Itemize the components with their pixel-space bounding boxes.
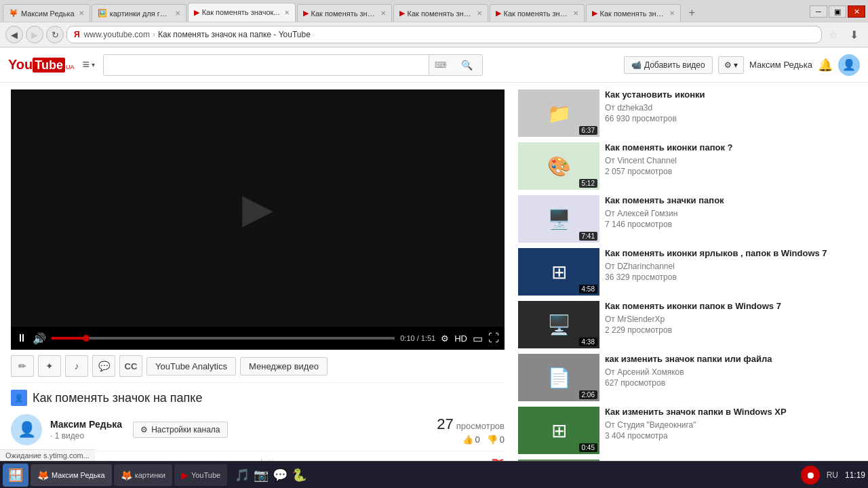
- forward-button[interactable]: ▶: [26, 26, 43, 43]
- related-channel-5: От MrSlenderXp: [605, 314, 781, 324]
- quality-button[interactable]: HD: [454, 333, 467, 344]
- bookmark-button[interactable]: ☆: [825, 26, 842, 43]
- yt-logo-text: YouTube: [8, 57, 65, 73]
- channel-settings-button[interactable]: ⚙ Настройки канала: [133, 422, 227, 438]
- minimize-button[interactable]: ─: [810, 5, 827, 18]
- upload-video-button[interactable]: 📹 Добавить видео: [624, 56, 713, 74]
- captions-edit-button[interactable]: CC: [119, 355, 142, 377]
- windows-taskbar: 🪟 🦊 Максим Редька 🦊 картинки ▶ YouTube 🎵…: [0, 461, 868, 488]
- search-input[interactable]: [104, 55, 429, 75]
- related-video-6[interactable]: 2:06 как изменить значок папки или файла…: [518, 354, 861, 401]
- taskbar-app-1[interactable]: 🎵: [235, 468, 250, 483]
- tab-3-active[interactable]: ▶ Как поменять значок... ✕: [188, 3, 296, 22]
- tab-7[interactable]: ▶ Как поменять значко... ✕: [586, 4, 681, 22]
- captions-button[interactable]: ⚙: [441, 333, 449, 344]
- video-title-section: 👤 Как поменять значок на папке: [11, 383, 505, 411]
- like-button[interactable]: 👍 0: [462, 434, 480, 445]
- author-avatar[interactable]: 👤: [11, 414, 42, 445]
- tab-1[interactable]: 🦊 Максим Редька ✕: [3, 4, 90, 22]
- maximize-button[interactable]: ▣: [829, 5, 846, 18]
- related-title-1: Как установить иконки: [605, 89, 705, 101]
- related-info-5: Как поменять иконки папок в Windows 7 От…: [605, 301, 781, 348]
- taskbar-app-4[interactable]: 🐍: [292, 468, 307, 483]
- tab-6-close[interactable]: ✕: [573, 9, 578, 17]
- progress-bar[interactable]: [52, 337, 395, 340]
- user-avatar[interactable]: 👤: [838, 54, 860, 76]
- download-button[interactable]: ⬇: [845, 26, 863, 43]
- audio-button[interactable]: ♪: [65, 355, 88, 377]
- tab-6-icon: ▶: [496, 9, 501, 18]
- views-count: 27: [437, 415, 453, 433]
- related-video-2[interactable]: 5:12 Как поменять иконки папок ? От Vinc…: [518, 142, 861, 190]
- author-name[interactable]: Максим Редька: [50, 419, 122, 430]
- tab-5[interactable]: ▶ Как поменять значко... ✕: [393, 4, 488, 22]
- tab-2-icon: 🖼️: [98, 9, 107, 18]
- tab-6[interactable]: ▶ Как поменять значко... ✕: [490, 4, 585, 22]
- browser-status-bar: Ожидание s.ytimg.com...: [0, 449, 95, 461]
- tab-bar: 🦊 Максим Редька ✕ 🖼️ картинки для групп.…: [0, 0, 868, 22]
- related-title-5: Как поменять иконки папок в Windows 7: [605, 301, 781, 312]
- tab-1-close[interactable]: ✕: [79, 9, 84, 17]
- theater-button[interactable]: ▭: [473, 332, 483, 345]
- player-controls: ⏸ 🔊 0:10 / 1:51 ⚙ HD ▭ ⛶: [11, 327, 505, 350]
- browser-window: 🦊 Максим Редька ✕ 🖼️ картинки для групп.…: [0, 0, 868, 488]
- taskbar-app-3[interactable]: 💬: [273, 468, 288, 483]
- hamburger-button[interactable]: ≡ ▾: [82, 58, 95, 72]
- keyboard-button[interactable]: ⌨: [429, 55, 452, 75]
- related-channel-1: От dzheka3d: [605, 103, 705, 113]
- tab-7-close[interactable]: ✕: [669, 9, 675, 17]
- tab-2[interactable]: 🖼️ картинки для групп... ✕: [92, 4, 186, 22]
- annotations-button[interactable]: 💬: [92, 355, 115, 377]
- edit-button[interactable]: ✏: [11, 355, 34, 377]
- video-player[interactable]: ▶ ⏸ 🔊 0:10 / 1:51 ⚙ HD ▭ ⛶: [11, 89, 505, 350]
- related-title-6: как изменить значок папки или файла: [605, 354, 772, 365]
- taskbar-label-1: Максим Редька: [52, 471, 105, 479]
- author-video-count: · 1 видео: [50, 431, 84, 441]
- taskbar-item-3[interactable]: ▶ YouTube: [174, 464, 227, 486]
- clock-time: 11:19: [845, 470, 865, 480]
- tab-2-close[interactable]: ✕: [175, 9, 180, 17]
- yt-logo[interactable]: YouTube UA: [8, 57, 74, 73]
- new-tab-button[interactable]: +: [684, 4, 701, 22]
- yandex-icon: Я: [74, 30, 80, 39]
- video-title: Как поменять значок на папке: [33, 391, 202, 405]
- taskbar-icon-1: 🦊: [37, 470, 49, 481]
- taskbar-app-2[interactable]: 📷: [254, 468, 269, 483]
- related-video-1[interactable]: 6:37 Как установить иконки От dzheka3d 6…: [518, 89, 861, 137]
- start-button[interactable]: 🪟: [3, 464, 28, 487]
- taskbar-icon-2: 🦊: [121, 470, 132, 481]
- search-button[interactable]: 🔍: [452, 55, 482, 75]
- related-views-6: 627 просмотров: [605, 378, 772, 388]
- tab-4[interactable]: ▶ Как поменять значко... ✕: [297, 4, 392, 22]
- volume-button[interactable]: 🔊: [33, 332, 46, 345]
- notifications-button[interactable]: 🔔: [818, 58, 833, 73]
- tab-5-close[interactable]: ✕: [477, 9, 482, 17]
- hamburger-arrow: ▾: [92, 61, 95, 68]
- tab-3-close[interactable]: ✕: [284, 9, 290, 16]
- settings-button[interactable]: ⚙ ▾: [718, 56, 744, 74]
- related-channel-3: От Алексей Гомзин: [605, 209, 724, 218]
- tab-4-close[interactable]: ✕: [380, 9, 386, 17]
- enhance-button[interactable]: ✦: [38, 355, 61, 377]
- related-video-5[interactable]: 4:38 Как поменять иконки папок в Windows…: [518, 301, 861, 348]
- youtube-page: YouTube UA ≡ ▾ ⌨ 🔍 📹 Добавить видео ⚙ ▾ …: [0, 47, 868, 488]
- author-info: Максим Редька · 1 видео: [50, 419, 122, 441]
- pause-button[interactable]: ⏸: [16, 332, 27, 344]
- tab-5-icon: ▶: [399, 9, 405, 18]
- taskbar-item-2[interactable]: 🦊 картинки: [114, 464, 172, 486]
- dislike-button[interactable]: 👎 0: [487, 434, 505, 445]
- related-video-4[interactable]: 4:58 Как поменять иконки ярлыков , папок…: [518, 248, 861, 296]
- url-bar[interactable]: Я www.youtube.com › Как поменять значок …: [66, 26, 822, 43]
- close-button[interactable]: ✕: [848, 5, 865, 18]
- video-manager-button[interactable]: Менеджер видео: [240, 357, 328, 375]
- related-video-7[interactable]: 0:45 Как изменить значок папки в Windows…: [518, 407, 861, 454]
- related-info-6: как изменить значок папки или файла От А…: [605, 354, 772, 401]
- language-indicator[interactable]: RU: [827, 470, 838, 480]
- reload-button[interactable]: ↻: [46, 26, 64, 43]
- related-info-4: Как поменять иконки ярлыков , папок в Wi…: [605, 248, 827, 296]
- taskbar-item-1[interactable]: 🦊 Максим Редька: [31, 464, 112, 486]
- youtube-analytics-button[interactable]: YouTube Analytics: [146, 357, 236, 375]
- fullscreen-button[interactable]: ⛶: [488, 332, 499, 344]
- back-button[interactable]: ◀: [5, 26, 23, 43]
- related-video-3[interactable]: 7:41 Как поменять значки папок От Алексе…: [518, 195, 861, 243]
